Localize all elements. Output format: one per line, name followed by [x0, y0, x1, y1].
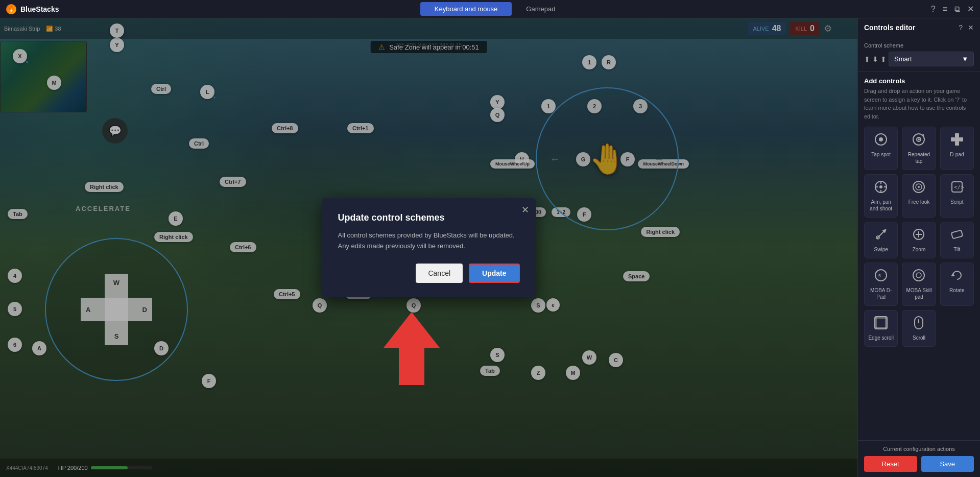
control-scheme-section: Control scheme ⬆ ⬇ ⬆ Smart ▼ — [858, 37, 980, 72]
control-icon-zoom — [912, 227, 926, 244]
add-controls-desc: Drag and drop an action on your game scr… — [864, 87, 974, 121]
control-label-repeated-tap: Repeated tap — [905, 151, 932, 164]
tab-gamepad[interactable]: Gamepad — [512, 2, 569, 16]
arrow-head — [384, 312, 440, 348]
control-item-d-pad[interactable]: D-pad — [940, 127, 974, 170]
restore-icon[interactable]: ⧉ — [954, 5, 960, 14]
control-icon-free-look — [912, 180, 926, 196]
panel-help-icon[interactable]: ? — [959, 23, 963, 32]
control-item-zoom[interactable]: Zoom — [902, 222, 936, 258]
control-icon-edge-scroll — [874, 316, 888, 332]
svg-text:3: 3 — [922, 133, 924, 137]
content-area: Bimasaki Strip 📶 38 ← 285 300 NW 330 345… — [0, 18, 980, 477]
control-icon-moba-skill-pad — [912, 268, 926, 284]
control-label-d-pad: D-pad — [950, 151, 964, 158]
control-label-aim-pan-shoot: Aim, pan and shoot — [868, 199, 894, 212]
scheme-download-icon[interactable]: ⬇ — [872, 55, 878, 63]
control-item-free-look[interactable]: Free look — [902, 174, 936, 218]
menu-icon[interactable]: ≡ — [943, 5, 947, 14]
title-bar-right: ? ≡ ⧉ ✕ — [931, 4, 974, 14]
update-button[interactable]: Update — [469, 264, 519, 283]
svg-text:5: 5 — [878, 273, 881, 278]
control-item-edge-scroll[interactable]: Edge scroll — [864, 310, 898, 347]
svg-text:</>: </> — [954, 184, 964, 190]
svg-rect-6 — [955, 133, 959, 137]
scheme-upload-icon[interactable]: ⬆ — [864, 55, 870, 63]
control-item-scroll[interactable]: Scroll — [902, 310, 936, 347]
svg-rect-7 — [955, 141, 959, 146]
controls-grid: Tap spot 3 Repeated tap D-pad Aim, pan a… — [864, 127, 974, 351]
control-label-tilt: Tilt — [953, 246, 960, 253]
control-item-moba-dpad[interactable]: 5 MOBA D-Pad — [864, 263, 898, 306]
reset-button[interactable]: Reset — [864, 456, 917, 472]
control-label-swipe: Swipe — [874, 246, 888, 253]
svg-rect-8 — [951, 137, 955, 141]
panel-footer: Current configuration actions Reset Save — [858, 440, 980, 477]
control-label-moba-dpad: MOBA D-Pad — [868, 287, 894, 300]
svg-point-30 — [916, 273, 921, 278]
control-item-moba-skill-pad[interactable]: MOBA Skill pad — [902, 263, 936, 306]
controls-panel: Controls editor ? ✕ Control scheme ⬆ ⬇ ⬆… — [857, 18, 980, 477]
svg-rect-10 — [955, 137, 959, 141]
control-icon-repeated-tap: 3 — [912, 132, 926, 149]
cancel-button[interactable]: Cancel — [416, 264, 463, 283]
control-item-script[interactable]: </> Script — [940, 174, 974, 218]
control-label-rotate: Rotate — [949, 287, 964, 294]
modal-buttons: Cancel Update — [338, 264, 520, 283]
svg-point-4 — [918, 138, 920, 140]
control-icon-tap-spot — [874, 132, 888, 149]
save-button[interactable]: Save — [921, 456, 974, 472]
footer-label: Current configuration actions — [864, 446, 974, 452]
control-icon-d-pad — [950, 132, 964, 149]
control-item-tap-spot[interactable]: Tap spot — [864, 127, 898, 170]
close-icon[interactable]: ✕ — [967, 4, 974, 14]
control-icon-swipe — [874, 227, 888, 244]
control-item-tilt[interactable]: Tilt — [940, 222, 974, 258]
scheme-dropdown-icon: ▼ — [962, 55, 968, 63]
add-controls-title: Add controls — [864, 77, 974, 85]
modal-close-button[interactable]: ✕ — [521, 204, 529, 216]
add-controls-section: Add controls Drag and drop an action on … — [858, 72, 980, 356]
arrow-body — [399, 347, 424, 385]
control-item-repeated-tap[interactable]: 3 Repeated tap — [902, 127, 936, 170]
panel-title: Controls editor — [864, 23, 915, 32]
control-item-swipe[interactable]: Swipe — [864, 222, 898, 258]
control-label-free-look: Free look — [909, 199, 930, 205]
svg-point-16 — [879, 185, 882, 188]
tab-bar: Keyboard and mouse Gamepad — [420, 2, 570, 16]
control-icon-tilt — [950, 227, 964, 244]
control-label-tap-spot: Tap spot — [871, 151, 891, 158]
red-arrow-container — [384, 312, 440, 385]
control-label-zoom: Zoom — [913, 246, 926, 253]
modal-overlay: ✕ Update control schemes All control sch… — [0, 18, 857, 477]
control-icon-scroll — [912, 316, 926, 332]
svg-marker-31 — [951, 273, 955, 276]
control-icon-script: </> — [950, 180, 964, 196]
control-label-script: Script — [950, 199, 964, 205]
scheme-select[interactable]: Smart ▼ — [889, 52, 974, 66]
modal-body: All control schemes provided by BlueStac… — [338, 230, 520, 252]
footer-buttons: Reset Save — [864, 456, 974, 472]
svg-rect-26 — [951, 230, 963, 239]
tab-keyboard-mouse[interactable]: Keyboard and mouse — [420, 2, 512, 16]
scheme-row: ⬆ ⬇ ⬆ Smart ▼ — [864, 52, 974, 66]
control-label-edge-scroll: Edge scroll — [868, 335, 893, 341]
title-bar: 🔥 BlueStacks Keyboard and mouse Gamepad … — [0, 0, 980, 18]
control-item-aim-pan-shoot[interactable]: Aim, pan and shoot — [864, 174, 898, 218]
app-logo: 🔥 BlueStacks — [6, 4, 59, 14]
svg-rect-36 — [875, 327, 887, 329]
update-modal: ✕ Update control schemes All control sch… — [322, 198, 536, 298]
scheme-value: Smart — [894, 55, 912, 63]
panel-close-icon[interactable]: ✕ — [968, 23, 974, 32]
control-item-rotate[interactable]: Rotate — [940, 263, 974, 306]
panel-header-icons: ? ✕ — [959, 23, 974, 32]
control-label-moba-skill-pad: MOBA Skill pad — [905, 287, 932, 300]
svg-point-1 — [879, 137, 883, 141]
app-title: BlueStacks — [20, 5, 59, 13]
svg-rect-35 — [875, 317, 887, 319]
scheme-share-icon[interactable]: ⬆ — [880, 55, 887, 63]
panel-header: Controls editor ? ✕ — [858, 18, 980, 37]
help-icon[interactable]: ? — [931, 5, 936, 14]
svg-point-29 — [913, 270, 924, 281]
control-icon-aim-pan-shoot — [874, 180, 888, 196]
